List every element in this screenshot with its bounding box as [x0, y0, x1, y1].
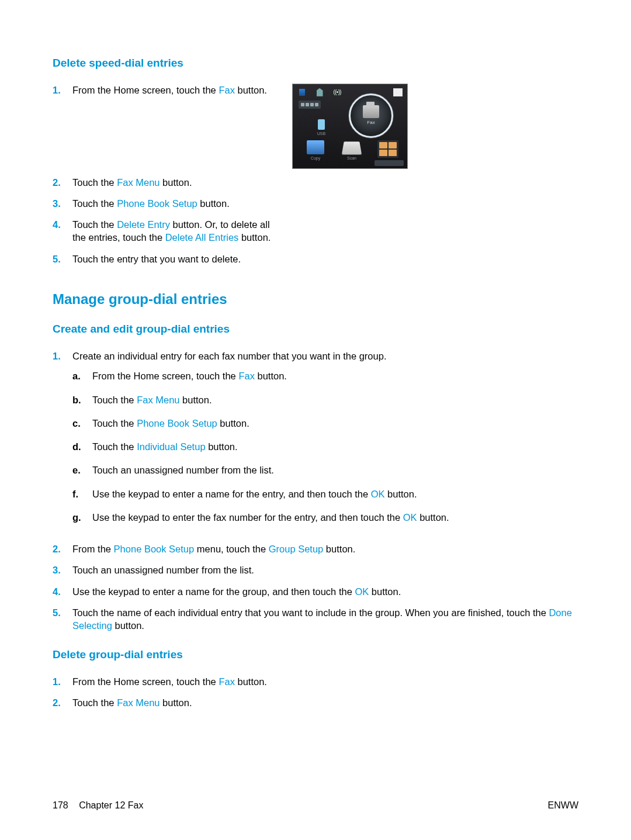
page: Delete speed-dial entries 1. From the Ho… — [0, 0, 631, 840]
apps-app-icon — [377, 140, 398, 158]
list-item: 1. From the Home screen, touch the Fax b… — [53, 675, 578, 688]
step-text: From the Phone Book Setup menu, touch th… — [72, 542, 578, 555]
scan-app: Scan — [339, 140, 364, 161]
step-number: 3. — [53, 197, 72, 210]
ui-ref-fax: Fax — [219, 676, 235, 687]
usb-app: USB — [309, 119, 334, 136]
sub-list-item: e. Touch an unassigned number from the l… — [72, 464, 578, 476]
substep-marker: d. — [72, 440, 92, 453]
ink-level-icon — [299, 101, 321, 109]
wireless-icon — [332, 88, 342, 97]
ui-ref-fax: Fax — [238, 371, 255, 381]
list-item: 3. Touch the Phone Book Setup button. — [53, 197, 280, 210]
ui-ref-phone-book-setup: Phone Book Setup — [137, 418, 217, 428]
brand-label: ENWW — [548, 799, 578, 812]
list-item: 2. Touch the Fax Menu button. — [53, 176, 280, 189]
step-text: Touch the Fax Menu button. — [72, 696, 578, 709]
step-number: 5. — [53, 606, 72, 619]
copy-app-icon — [307, 140, 324, 154]
heading-create-edit-group-dial: Create and edit group-dial entries — [53, 322, 578, 337]
step-number: 4. — [53, 585, 72, 598]
sub-list-item: g. Use the keypad to enter the fax numbe… — [72, 511, 578, 524]
usb-app-icon — [318, 119, 325, 130]
list-item: 2. From the Phone Book Setup menu, touch… — [53, 542, 578, 555]
ui-ref-fax-menu: Fax Menu — [137, 395, 179, 405]
sub-list-item: f. Use the keypad to enter a name for th… — [72, 488, 578, 500]
page-footer: 178 Chapter 12 Fax ENWW — [53, 799, 578, 812]
scan-app-icon — [342, 141, 362, 154]
ui-ref-fax-menu: Fax Menu — [117, 177, 160, 188]
substep-text: Use the keypad to enter a name for the e… — [92, 488, 578, 500]
step-text: Create an individual entry for each fax … — [72, 351, 386, 361]
substep-text: From the Home screen, touch the Fax butt… — [92, 369, 578, 382]
step-text: Use the keypad to enter a name for the g… — [72, 585, 578, 598]
ui-ref-phone-book-setup: Phone Book Setup — [114, 544, 195, 554]
ui-ref-fax: Fax — [219, 85, 235, 95]
ui-ref-individual-setup: Individual Setup — [137, 441, 205, 452]
substep-marker: a. — [72, 369, 92, 382]
ui-ref-fax-menu: Fax Menu — [117, 697, 160, 708]
step-text: Touch the Phone Book Setup button. — [72, 197, 280, 210]
list-item: 1. From the Home screen, touch the Fax b… — [53, 84, 280, 96]
step-number: 1. — [53, 350, 72, 362]
step-text: From the Home screen, touch the Fax butt… — [72, 675, 578, 688]
substep-text: Touch the Individual Setup button. — [92, 440, 578, 453]
ui-ref-phone-book-setup: Phone Book Setup — [117, 198, 197, 209]
substep-text: Touch the Fax Menu button. — [92, 393, 578, 406]
fax-app-highlight: Fax — [349, 94, 393, 138]
step-text: Touch an unassigned number from the list… — [72, 564, 578, 576]
copy-app: Copy — [303, 140, 328, 161]
substep-marker: g. — [72, 511, 92, 524]
sub-list-item: b. Touch the Fax Menu button. — [72, 393, 578, 406]
step-text: Touch the entry that you want to delete. — [72, 253, 280, 265]
substep-text: Use the keypad to enter the fax number f… — [92, 511, 578, 524]
fax-icon — [363, 105, 379, 118]
chapter-label: Chapter 12 Fax — [79, 800, 143, 810]
sub-list-item: a. From the Home screen, touch the Fax b… — [72, 369, 578, 382]
list-item: 3. Touch an unassigned number from the l… — [53, 564, 578, 576]
step-text: Touch the Delete Entry button. Or, to de… — [72, 218, 280, 244]
sub-list-item: c. Touch the Phone Book Setup button. — [72, 417, 578, 430]
list-item: 1. Create an individual entry for each f… — [53, 350, 578, 534]
printer-home-screenshot: Fax USB Copy Scan Apps — [292, 84, 408, 169]
heading-delete-speed-dial: Delete speed-dial entries — [53, 56, 578, 71]
status-icon — [393, 88, 403, 96]
step-text: From the Home screen, touch the Fax butt… — [72, 84, 280, 96]
step-number: 1. — [53, 675, 72, 688]
step-number: 4. — [53, 218, 72, 231]
heading-delete-group-dial: Delete group-dial entries — [53, 647, 578, 662]
step-number: 3. — [53, 564, 72, 576]
list-item: 4. Use the keypad to enter a name for th… — [53, 585, 578, 598]
toolbar-icon — [375, 160, 404, 166]
step-text: Touch the name of each individual entry … — [72, 606, 578, 632]
heading-manage-group-dial: Manage group-dial entries — [53, 290, 578, 309]
ui-ref-delete-all-entries: Delete All Entries — [165, 232, 239, 243]
substep-text: Touch an unassigned number from the list… — [92, 464, 578, 476]
sd-icon — [297, 88, 307, 97]
page-number: 178 — [53, 800, 68, 810]
substep-marker: e. — [72, 464, 92, 476]
step-number: 2. — [53, 176, 72, 189]
substep-marker: b. — [72, 393, 92, 406]
list-item: 2. Touch the Fax Menu button. — [53, 696, 578, 709]
list-item: 4. Touch the Delete Entry button. Or, to… — [53, 218, 280, 244]
substep-marker: c. — [72, 417, 92, 430]
step-number: 1. — [53, 84, 72, 96]
ui-ref-group-setup: Group Setup — [269, 544, 324, 554]
list-item: 5. Touch the entry that you want to dele… — [53, 253, 280, 265]
ui-ref-ok: OK — [371, 489, 385, 499]
sub-list-item: d. Touch the Individual Setup button. — [72, 440, 578, 453]
list-item: 5. Touch the name of each individual ent… — [53, 606, 578, 632]
ui-ref-ok: OK — [355, 586, 369, 597]
usb-icon — [315, 88, 324, 97]
step-row-with-image: 1. From the Home screen, touch the Fax b… — [53, 84, 578, 169]
ui-ref-delete-entry: Delete Entry — [117, 219, 170, 230]
step-number: 2. — [53, 696, 72, 709]
step-text: Touch the Fax Menu button. — [72, 176, 280, 189]
fax-label: Fax — [367, 120, 375, 126]
ui-ref-ok: OK — [403, 512, 417, 523]
step-number: 5. — [53, 253, 72, 265]
substep-text: Touch the Phone Book Setup button. — [92, 417, 578, 430]
substep-marker: f. — [72, 488, 92, 500]
step-number: 2. — [53, 542, 72, 555]
